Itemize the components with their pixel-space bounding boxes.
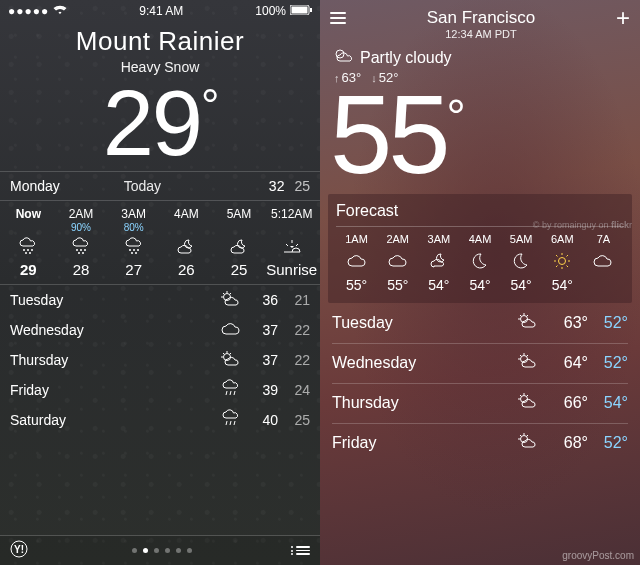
today-day: Monday — [10, 178, 118, 194]
snow-icon — [2, 236, 55, 258]
city-name: Mount Rainier — [0, 26, 320, 57]
svg-line-21 — [230, 391, 231, 395]
daily-row[interactable]: Wednesday64°52° — [332, 343, 628, 383]
hourly-forecast-strip[interactable]: 1AM55°2AM55°3AM54°4AM54°5AM54°6AM54°7A — [336, 233, 624, 293]
condition-text: Partly cloudy — [360, 49, 452, 67]
cloud-icon — [377, 249, 418, 273]
hour-temp: Sunrise — [265, 261, 318, 278]
hour-temp: 29 — [2, 261, 55, 278]
wifi-icon — [53, 4, 67, 18]
day-low: 24 — [278, 382, 310, 398]
precip-chance: 80% — [107, 222, 160, 233]
svg-point-13 — [129, 249, 131, 251]
precip-chance: 90% — [55, 222, 108, 233]
partly-cloudy-icon — [508, 392, 548, 414]
svg-point-15 — [137, 249, 139, 251]
day-low: 52° — [588, 314, 628, 332]
svg-point-6 — [25, 252, 27, 254]
hour-label: 3AM — [107, 207, 160, 221]
menu-icon[interactable] — [330, 8, 346, 24]
hourly-cell: 2AM90%28 — [55, 207, 108, 278]
sunrise-icon — [265, 236, 318, 258]
day-label: Saturday — [10, 412, 216, 428]
daily-forecast-list[interactable]: Tuesday3621Wednesday3722Thursday3722Frid… — [0, 285, 320, 435]
hour-temp: 28 — [55, 261, 108, 278]
yahoo-logo-icon[interactable]: Y! — [10, 540, 28, 561]
svg-line-22 — [234, 391, 235, 395]
svg-point-10 — [84, 249, 86, 251]
day-high: 36 — [246, 292, 278, 308]
daily-row[interactable]: Tuesday63°52° — [332, 303, 628, 343]
svg-point-4 — [27, 249, 29, 251]
hourly-cell: 5AM54° — [501, 233, 542, 293]
cloud-icon — [583, 249, 624, 273]
hourly-cell: 3AM54° — [418, 233, 459, 293]
snow-icon — [55, 236, 108, 258]
battery-percent: 100% — [255, 4, 286, 18]
page-dot[interactable] — [154, 548, 159, 553]
day-high: 64° — [548, 354, 588, 372]
rain-icon — [216, 379, 246, 402]
svg-line-24 — [230, 421, 231, 425]
hourly-cell: 3AM80%27 — [107, 207, 160, 278]
day-label: Wednesday — [332, 354, 508, 372]
hour-label: 5AM — [213, 207, 266, 221]
page-dot[interactable] — [187, 548, 192, 553]
cloud-night-icon — [213, 236, 266, 258]
hour-temp: 27 — [107, 261, 160, 278]
daily-row[interactable]: Thursday3722 — [10, 345, 310, 375]
daily-row[interactable]: Friday68°52° — [332, 423, 628, 463]
svg-point-12 — [82, 252, 84, 254]
hour-temp: 54° — [501, 277, 542, 293]
watermark-text: groovyPost.com — [562, 550, 634, 561]
list-icon[interactable] — [296, 546, 310, 555]
page-dot[interactable] — [143, 548, 148, 553]
svg-rect-1 — [291, 7, 307, 14]
header-bar: San Francisco 12:34 AM PDT + — [320, 0, 640, 40]
city-name: San Francisco — [346, 8, 616, 28]
current-temperature: 29° — [0, 77, 320, 169]
svg-point-29 — [559, 257, 566, 264]
day-low: 22 — [278, 322, 310, 338]
hourly-cell: 7A — [583, 233, 624, 293]
today-label: Today — [124, 178, 161, 194]
hour-temp: 54° — [542, 277, 583, 293]
footer-bar: Y! — [0, 535, 320, 565]
hourly-cell: Now29 — [2, 207, 55, 278]
page-dot[interactable] — [176, 548, 181, 553]
daily-row[interactable]: Friday3924 — [10, 375, 310, 405]
hour-temp: 54° — [418, 277, 459, 293]
day-low: 25 — [278, 412, 310, 428]
yahoo-weather-app: San Francisco 12:34 AM PDT + Partly clou… — [320, 0, 640, 565]
moon-icon — [501, 249, 542, 273]
page-dot[interactable] — [165, 548, 170, 553]
page-indicator[interactable] — [132, 548, 192, 553]
cloud-icon — [216, 322, 246, 339]
add-location-icon[interactable]: + — [616, 8, 630, 26]
snow-icon — [107, 236, 160, 258]
hourly-forecast-strip[interactable]: Now292AM90%283AM80%274AM265AM255:12AMSun… — [0, 201, 320, 285]
day-low: 54° — [588, 394, 628, 412]
hour-temp: 54° — [459, 277, 500, 293]
daily-row[interactable]: Saturday4025 — [10, 405, 310, 435]
daily-row[interactable]: Wednesday3722 — [10, 315, 310, 345]
hour-label: 6AM — [542, 233, 583, 245]
day-label: Tuesday — [10, 292, 216, 308]
hour-label: 5:12AM — [265, 207, 318, 221]
daily-row[interactable]: Thursday66°54° — [332, 383, 628, 423]
day-low: 52° — [588, 434, 628, 452]
status-time: 9:41 AM — [139, 4, 183, 18]
svg-rect-2 — [310, 8, 312, 12]
page-dot[interactable] — [132, 548, 137, 553]
daily-forecast-list[interactable]: Tuesday63°52°Wednesday64°52°Thursday66°5… — [320, 303, 640, 463]
cloud-night-icon — [160, 236, 213, 258]
daily-row[interactable]: Tuesday3621 — [10, 285, 310, 315]
hour-label: 2AM — [55, 207, 108, 221]
svg-line-36 — [556, 265, 558, 267]
hourly-cell: 6AM54° — [542, 233, 583, 293]
day-high: 66° — [548, 394, 588, 412]
day-label: Thursday — [332, 394, 508, 412]
hour-label: 3AM — [418, 233, 459, 245]
svg-line-23 — [226, 421, 227, 425]
hour-temp: 55° — [336, 277, 377, 293]
